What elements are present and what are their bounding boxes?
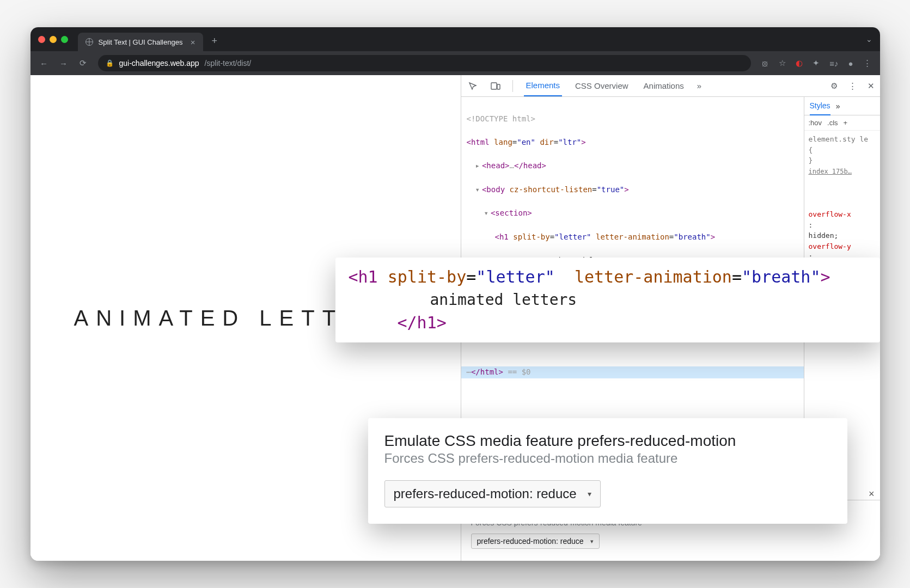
device-toggle-icon[interactable] <box>490 80 502 92</box>
svg-rect-1 <box>497 84 500 89</box>
element-style-selector: element.sty le { <box>809 135 869 154</box>
dom-node-h1[interactable]: <h1 split-by="letter" letter-animation="… <box>467 231 798 243</box>
gear-icon[interactable]: ⚙ <box>830 81 838 91</box>
forward-button[interactable]: → <box>59 59 69 68</box>
content-area: ANIMATED LETTERS Elements CSS Overview A… <box>30 75 880 561</box>
dom-node-html-open[interactable]: <html lang="en" dir="ltr"> <box>467 137 798 149</box>
zoom-tagname: h1 <box>358 267 378 286</box>
stylesheet-link[interactable]: index 175b… <box>809 168 852 175</box>
emulate-select-value: prefers-reduced-motion: reduce <box>394 486 577 501</box>
element-style-close: } <box>809 156 813 164</box>
titlebar: Split Text | GUI Challenges × + ⌄ <box>30 27 880 51</box>
emulate-title: Emulate CSS media feature prefers-reduce… <box>384 432 831 450</box>
inspect-icon[interactable] <box>467 80 479 92</box>
add-rule-button[interactable]: + <box>844 119 848 127</box>
dom-node-body-open[interactable]: <body cz-shortcut-listen="true"> <box>467 184 798 196</box>
cls-button[interactable]: .cls <box>827 119 838 127</box>
kebab-icon[interactable]: ⋮ <box>848 81 857 91</box>
maximize-window-button[interactable] <box>61 36 68 43</box>
globe-icon <box>85 38 93 46</box>
address-path: /split-text/dist/ <box>205 59 252 68</box>
browser-toolbar: ← → ⟳ 🔒 gui-challenges.web.app/split-tex… <box>30 51 880 75</box>
address-host: gui-challenges.web.app <box>119 59 199 68</box>
more-panes-icon[interactable]: » <box>836 102 840 111</box>
bookmark-icon[interactable]: ☆ <box>779 58 786 68</box>
zoom-emulate-overlay: Emulate CSS media feature prefers-reduce… <box>368 418 847 524</box>
emulate-select[interactable]: prefers-reduced-motion: reduce ▾ <box>384 480 601 507</box>
browser-window: Split Text | GUI Challenges × + ⌄ ← → ⟳ … <box>30 27 880 561</box>
close-tab-icon[interactable]: × <box>191 38 196 47</box>
zoom-val2: breath <box>752 267 810 286</box>
dom-node-html-close-selected[interactable]: ⋯</html> == $0 <box>461 366 804 378</box>
new-tab-button[interactable]: + <box>212 35 218 47</box>
toolbar-right-icons: ⦻ ☆ ◐ ✦ ≡♪ ● ⋮ <box>761 58 871 68</box>
zoom-code-overlay: <h1 split-by="letter" letter-animation="… <box>335 258 880 342</box>
profile-icon[interactable]: ● <box>848 59 853 68</box>
zoom-close-tag: </h1> <box>349 311 867 335</box>
close-window-button[interactable] <box>38 36 45 43</box>
window-controls <box>38 36 68 43</box>
extension-icon[interactable]: ◐ <box>796 58 803 68</box>
kebab-menu-icon[interactable]: ⋮ <box>863 58 871 68</box>
reading-list-icon[interactable]: ≡♪ <box>829 59 838 68</box>
more-tabs-icon[interactable]: » <box>697 81 701 90</box>
lock-icon: 🔒 <box>106 59 114 67</box>
emulate-subtitle: Forces CSS prefers-reduced-motion media … <box>384 451 831 466</box>
styles-pane-tabs: Styles » <box>804 97 880 115</box>
close-drawer-icon[interactable]: × <box>869 488 875 500</box>
dom-node-doctype[interactable]: <!DOCTYPE html> <box>467 113 798 125</box>
back-button[interactable]: ← <box>39 59 49 68</box>
close-devtools-icon[interactable]: ✕ <box>868 81 875 91</box>
browser-tab[interactable]: Split Text | GUI Challenges × <box>78 33 203 51</box>
address-bar[interactable]: 🔒 gui-challenges.web.app/split-text/dist… <box>98 55 752 71</box>
tab-elements[interactable]: Elements <box>524 81 563 96</box>
tab-css-overview[interactable]: CSS Overview <box>573 81 631 96</box>
translate-icon[interactable]: ⦻ <box>761 59 769 68</box>
zoom-attr2: letter-animation <box>575 267 732 286</box>
drawer-select[interactable]: prefers-reduced-motion: reduce ▾ <box>471 534 600 549</box>
styles-toolbar: :hov .cls + <box>804 115 880 131</box>
tab-title: Split Text | GUI Challenges <box>99 38 183 46</box>
styles-tab[interactable]: Styles <box>810 101 830 115</box>
zoom-val1: letter <box>486 267 545 286</box>
minimize-window-button[interactable] <box>50 36 57 43</box>
zoom-text-node: animated letters <box>349 289 867 311</box>
hov-button[interactable]: :hov <box>809 119 822 127</box>
extensions-puzzle-icon[interactable]: ✦ <box>813 58 820 68</box>
drawer-select-value: prefers-reduced-motion: reduce <box>477 537 584 546</box>
separator <box>512 80 513 92</box>
chevron-down-icon[interactable]: ⌄ <box>866 35 872 44</box>
chevron-down-icon: ▾ <box>588 489 591 498</box>
chevron-down-icon: ▾ <box>590 538 594 545</box>
svg-rect-0 <box>491 83 497 89</box>
zoom-attr1: split-by <box>388 267 467 286</box>
tab-animations[interactable]: Animations <box>642 81 686 96</box>
devtools-tabbar: Elements CSS Overview Animations » ⚙ ⋮ ✕ <box>461 75 880 97</box>
dom-node-section[interactable]: <section> <box>467 207 798 219</box>
dom-node-head[interactable]: <head>…</head> <box>467 160 798 172</box>
reload-button[interactable]: ⟳ <box>78 58 88 68</box>
